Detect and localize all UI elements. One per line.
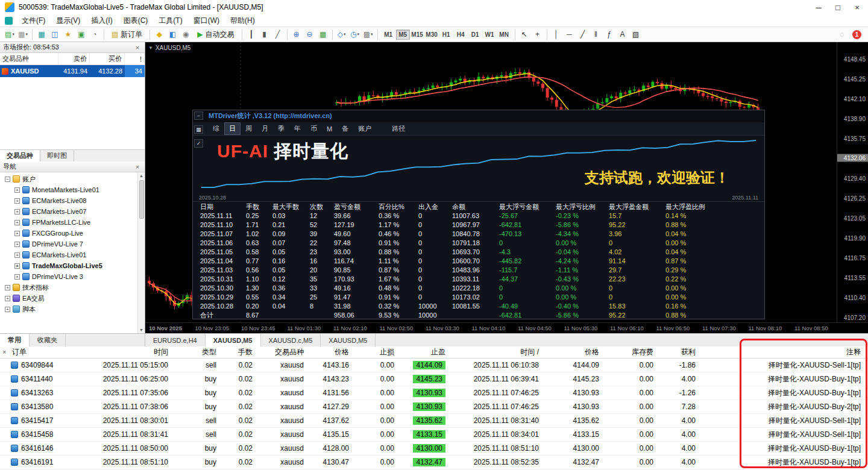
expand-icon[interactable]: + bbox=[14, 242, 20, 247]
stats-menu-item-2[interactable]: 周 bbox=[241, 123, 256, 134]
alerts-icon[interactable]: ◉ bbox=[180, 28, 192, 40]
expand-icon[interactable]: + bbox=[14, 198, 20, 204]
order-row[interactable]: 634161912025.11.11 08:51:10buy0.02xauusd… bbox=[0, 456, 868, 469]
chart-canvas[interactable]: ▼ XAUUSD,M5 −▦✓ MTDriver统计 ,V3.12 (http:… bbox=[145, 42, 837, 322]
zoom-out-icon[interactable]: ⊖ bbox=[304, 28, 316, 40]
expand-icon[interactable]: + bbox=[5, 296, 10, 301]
expand-icon[interactable]: + bbox=[14, 274, 20, 280]
menu-item-5[interactable]: 窗口(W) bbox=[188, 16, 225, 26]
orders-column-0[interactable]: 订单 bbox=[0, 347, 72, 357]
chart-profiles-icon[interactable]: ▦▾ bbox=[17, 28, 29, 40]
orders-column-7[interactable]: 止盈 bbox=[398, 347, 449, 357]
expand-icon[interactable]: + bbox=[14, 209, 20, 215]
one-click-trading-toggle[interactable]: ▼ bbox=[148, 45, 153, 51]
stats-menu-item-9[interactable]: 账户 bbox=[354, 123, 376, 134]
stats-menu-item-1[interactable]: 日 bbox=[225, 123, 240, 134]
indicators-icon[interactable]: ◇▾ bbox=[336, 28, 348, 40]
line-chart-icon[interactable]: ╱ bbox=[272, 28, 284, 40]
expand-icon[interactable]: + bbox=[5, 307, 10, 312]
stats-menu-item-5[interactable]: 年 bbox=[290, 123, 305, 134]
menu-item-3[interactable]: 图表(C) bbox=[118, 16, 154, 26]
order-row[interactable]: 634098442025.11.11 05:15:00sell0.02xauus… bbox=[0, 359, 868, 372]
nav-account-item[interactable]: +DPrimeVU-Live 7 bbox=[0, 239, 145, 249]
timeframe-h4-button[interactable]: H4 bbox=[454, 30, 468, 40]
nav-account-item[interactable]: +MonetaMarkets-Live01 bbox=[0, 184, 145, 195]
templates-icon[interactable]: ▩▾ bbox=[362, 28, 374, 40]
nav-node-item[interactable]: +技术指标 bbox=[0, 282, 145, 293]
order-row[interactable]: 634154172025.11.11 08:30:01sell0.02xauus… bbox=[0, 414, 868, 428]
search-icon[interactable]: ◌ bbox=[836, 28, 848, 40]
orders-column-12[interactable]: 注释 bbox=[699, 347, 868, 357]
trendline-icon[interactable]: ╱ bbox=[577, 28, 589, 40]
vertical-line-icon[interactable]: │ bbox=[550, 28, 562, 40]
collapse-icon[interactable]: − bbox=[5, 177, 10, 182]
menu-item-4[interactable]: 工具(T) bbox=[153, 16, 187, 26]
chart-tab-1[interactable]: XAUUSD,M5 bbox=[206, 334, 261, 346]
market-watch-row[interactable]: XAUUSD 4131.94 4132.28 34 bbox=[0, 65, 145, 77]
order-row[interactable]: 634135802025.11.11 07:38:06buy0.02xauusd… bbox=[0, 400, 868, 414]
nav-account-item[interactable]: +ECMarkets-Live07 bbox=[0, 206, 145, 217]
mtdriver-stats-window[interactable]: −▦✓ MTDriver统计 ,V3.12 (http://mtdriver.c… bbox=[192, 110, 765, 319]
stats-menu-item-6[interactable]: 币 bbox=[306, 123, 321, 134]
timeframe-mn-button[interactable]: MN bbox=[497, 30, 511, 40]
minimize-icon[interactable]: − bbox=[194, 111, 203, 120]
timeframe-d1-button[interactable]: D1 bbox=[468, 30, 482, 40]
minimize-button[interactable]: ─ bbox=[809, 1, 828, 14]
orders-column-8[interactable]: 时间 / bbox=[449, 347, 542, 357]
menu-item-2[interactable]: 插入(I) bbox=[86, 16, 118, 26]
data-window-icon[interactable]: ◫ bbox=[49, 28, 61, 40]
stats-menu-item-10[interactable]: 路径 bbox=[388, 123, 409, 134]
expand-icon[interactable]: + bbox=[14, 220, 20, 225]
nav-account-item[interactable]: +FXCGGroup-Live bbox=[0, 228, 145, 239]
mw-tab-0[interactable]: 交易品种 bbox=[0, 150, 40, 161]
expand-icon[interactable]: + bbox=[14, 252, 20, 258]
menu-item-0[interactable]: 文件(F) bbox=[16, 16, 51, 26]
timeframe-m15-button[interactable]: M15 bbox=[410, 30, 424, 40]
timeframe-w1-button[interactable]: W1 bbox=[483, 30, 497, 40]
orders-column-5[interactable]: 价格 bbox=[307, 347, 353, 357]
timeframe-m30-button[interactable]: M30 bbox=[425, 30, 439, 40]
confirm-icon[interactable]: ✓ bbox=[194, 139, 203, 148]
cursor-icon[interactable]: ↖ bbox=[518, 28, 530, 40]
stats-menu-item-3[interactable]: 月 bbox=[257, 123, 272, 134]
mw-column-1[interactable]: 卖价 bbox=[58, 53, 90, 64]
text-label-icon[interactable]: A bbox=[617, 28, 629, 40]
nav-tab-1[interactable]: 收藏夹 bbox=[30, 334, 66, 346]
nav-account-item[interactable]: +ECMarkets-Live01 bbox=[0, 249, 145, 260]
chart-tab-3[interactable]: XAUUSD,M5 bbox=[321, 334, 376, 346]
panel-icon[interactable]: ▦ bbox=[194, 125, 203, 134]
stats-menu-item-4[interactable]: 季 bbox=[274, 123, 289, 134]
time-axis[interactable]: 10 Nov 202510 Nov 23:0510 Nov 23:4511 No… bbox=[145, 322, 868, 333]
stats-window-title[interactable]: MTDriver统计 ,V3.12 (http://mtdriver.cn) bbox=[193, 110, 764, 122]
order-row[interactable]: 634114402025.11.11 06:25:00buy0.02xauusd… bbox=[0, 372, 868, 386]
depth-of-market-icon[interactable]: ◧ bbox=[166, 28, 178, 40]
timeframe-m5-button[interactable]: M5 bbox=[396, 30, 410, 40]
close-icon[interactable]: × bbox=[133, 163, 142, 171]
nav-node-item[interactable]: +EA交易 bbox=[0, 293, 145, 304]
orders-column-11[interactable]: 获利 bbox=[657, 347, 699, 357]
nav-account-item[interactable]: +TradeMaxGlobal-Live5 bbox=[0, 260, 145, 271]
mw-column-3[interactable]: ! bbox=[125, 53, 145, 64]
nav-tab-0[interactable]: 常用 bbox=[0, 334, 30, 346]
nav-account-item[interactable]: +DPrimeVU-Live 3 bbox=[0, 271, 145, 282]
stats-menu-item-7[interactable]: M bbox=[322, 124, 336, 134]
tile-windows-icon[interactable]: ▦ bbox=[317, 28, 329, 40]
orders-column-10[interactable]: 库存费 bbox=[603, 347, 657, 357]
new-chart-icon[interactable]: ▤▾ bbox=[4, 28, 16, 40]
expand-icon[interactable]: + bbox=[14, 231, 20, 236]
orders-column-2[interactable]: 类型 bbox=[172, 347, 220, 357]
nav-node-item[interactable]: +脚本 bbox=[0, 304, 145, 315]
scroll-up-icon[interactable]: ▲ bbox=[139, 172, 143, 179]
stats-menu-item-0[interactable]: 综 bbox=[209, 123, 224, 134]
close-icon[interactable]: × bbox=[2, 348, 6, 356]
equidistant-channel-icon[interactable]: ‖ bbox=[590, 28, 602, 40]
chart-tab-0[interactable]: EURUSD.e,H4 bbox=[145, 334, 206, 346]
mw-tab-1[interactable]: 即时图 bbox=[40, 150, 74, 161]
close-button[interactable]: × bbox=[848, 1, 867, 14]
strategy-tester-icon[interactable]: ◔ bbox=[89, 28, 101, 40]
zoom-in-icon[interactable]: ⊕ bbox=[291, 28, 303, 40]
navigator-scrollbar[interactable]: ▲ ▼ bbox=[137, 172, 145, 333]
orders-column-6[interactable]: 止损 bbox=[353, 347, 398, 357]
bars-chart-icon[interactable]: ┃ bbox=[245, 28, 257, 40]
nav-account-item[interactable]: +FPMarketsLLC-Live bbox=[0, 217, 145, 228]
